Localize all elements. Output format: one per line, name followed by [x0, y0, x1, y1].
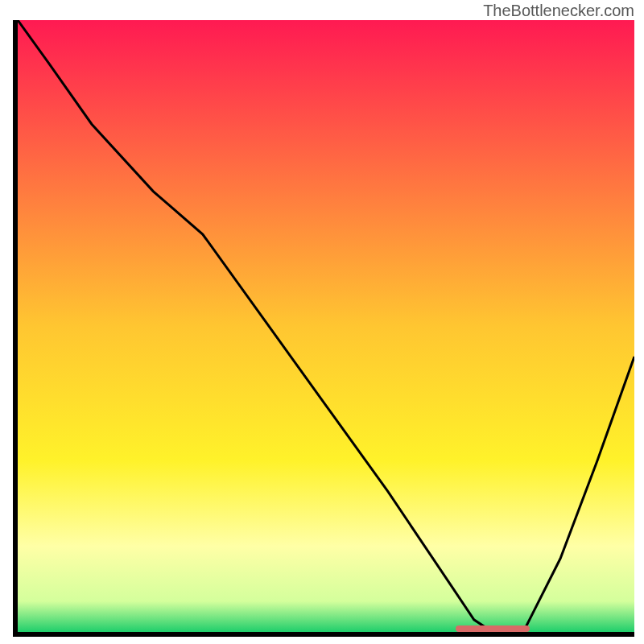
watermark-text: TheBottlenecker.com — [483, 2, 634, 20]
chart-plot-area — [13, 20, 634, 637]
optimal-range-marker — [456, 625, 530, 632]
curve-layer — [18, 20, 634, 632]
bottleneck-curve — [18, 20, 634, 632]
